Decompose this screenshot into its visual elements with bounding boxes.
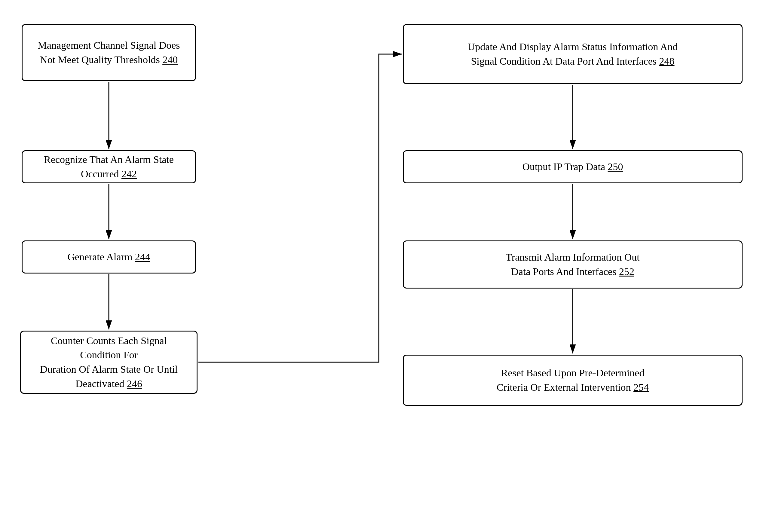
box-246-ref: 246 xyxy=(127,378,142,389)
box-242-ref: 242 xyxy=(121,168,137,179)
box-254-text: Reset Based Upon Pre-DeterminedCriteria … xyxy=(497,366,649,394)
box-252: Transmit Alarm Information OutData Ports… xyxy=(403,240,743,289)
arrow-246-248 xyxy=(198,54,402,362)
box-244-text: Generate Alarm 244 xyxy=(67,250,150,264)
box-240-ref: 240 xyxy=(162,54,178,65)
box-248: Update And Display Alarm Status Informat… xyxy=(403,24,743,84)
box-254-ref: 254 xyxy=(633,382,649,393)
box-250-ref: 250 xyxy=(608,161,623,172)
box-252-text: Transmit Alarm Information OutData Ports… xyxy=(506,250,639,279)
diagram-container: Management Channel Signal DoesNot Meet Q… xyxy=(0,0,766,532)
box-240: Management Channel Signal DoesNot Meet Q… xyxy=(22,24,196,81)
box-250-text: Output IP Trap Data 250 xyxy=(522,160,623,174)
box-244: Generate Alarm 244 xyxy=(22,240,196,274)
box-242: Recognize That An Alarm State Occurred 2… xyxy=(22,150,196,183)
box-244-ref: 244 xyxy=(135,251,150,262)
box-246: Counter Counts Each Signal Condition For… xyxy=(20,331,198,394)
box-240-text: Management Channel Signal DoesNot Meet Q… xyxy=(38,38,180,67)
box-242-text: Recognize That An Alarm State Occurred 2… xyxy=(32,152,186,181)
box-248-ref: 248 xyxy=(659,56,675,67)
box-246-text: Counter Counts Each Signal Condition For… xyxy=(30,334,188,391)
box-248-text: Update And Display Alarm Status Informat… xyxy=(468,40,678,68)
box-252-ref: 252 xyxy=(619,266,634,277)
box-250: Output IP Trap Data 250 xyxy=(403,150,743,183)
box-254: Reset Based Upon Pre-DeterminedCriteria … xyxy=(403,355,743,406)
